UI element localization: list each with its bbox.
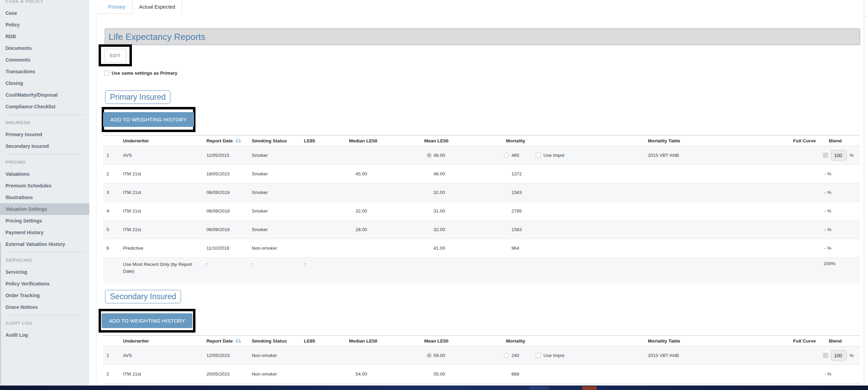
primary-add-to-weighting-history-button[interactable]: ADD TO WEIGHTING HISTORY xyxy=(103,112,194,127)
cell-mean-le50: 32.00 xyxy=(424,220,503,239)
cell-le85 xyxy=(304,202,347,220)
secondary-add-annotation-box: ADD TO WEIGHTING HISTORY xyxy=(99,309,195,333)
col-report-date[interactable]: Report Date xyxy=(206,336,251,346)
blend-percent-input[interactable] xyxy=(831,150,847,161)
table-row: 4ITM 21st06/09/2018Smoker32.0031.002785-… xyxy=(103,202,860,220)
tab-actual-expected[interactable]: Actual Expected xyxy=(132,0,182,14)
sidebar-item-audit-log[interactable]: Audit Log xyxy=(5,329,89,341)
col-full-curve: Full Curve xyxy=(792,136,821,146)
cell-full-curve xyxy=(792,365,821,383)
cell-mortality: 2785 xyxy=(503,202,647,220)
cell-underwriter: ITM 21st xyxy=(122,365,206,383)
sidebar-item-policy-verifications[interactable]: Policy Verifications xyxy=(5,278,89,290)
cell-mortality: 465Use Impvt xyxy=(503,146,647,165)
use-impvt-label: Use Impvt xyxy=(543,353,564,358)
edit-annotation-box: EDIT xyxy=(99,44,132,66)
cell-smoking-status: Non-smoker xyxy=(251,239,304,258)
cell-report-date: 06/09/2018 xyxy=(206,202,251,220)
cell-report-date: 18/05/2015 xyxy=(206,165,251,183)
cell-full-curve xyxy=(792,165,821,183)
mean-le50-radio[interactable] xyxy=(427,353,432,358)
sidebar-scrollbar-thumb[interactable] xyxy=(0,242,1,385)
radio-spacer xyxy=(504,174,509,174)
cell-mean-le50: 46.00 xyxy=(424,165,503,183)
use-same-settings-checkbox[interactable] xyxy=(104,71,109,76)
sidebar-item-grace-notices[interactable]: Grace Notices xyxy=(5,301,89,313)
sidebar-item-case[interactable]: Case xyxy=(5,7,89,19)
sidebar-item-secondary-insured[interactable]: Secondary Insured xyxy=(5,140,89,152)
col-mortality-table: Mortality Table xyxy=(647,136,792,146)
cell-le85 xyxy=(304,220,347,239)
page-scrollbar[interactable] xyxy=(864,0,864,386)
sidebar-item-pricing-settings[interactable]: Pricing Settings xyxy=(5,215,89,227)
panel-left-border xyxy=(96,14,97,385)
sidebar-item-cost-maturity-disposal[interactable]: Cost/Maturity/Disposal xyxy=(5,89,89,101)
cell-mean-le50: 31.00 xyxy=(424,202,503,220)
blend-percent-input[interactable] xyxy=(831,350,847,361)
sidebar-item-rdb[interactable]: RDB xyxy=(5,31,89,42)
use-impvt-group: Use Impvt xyxy=(536,153,564,158)
cell-blend: - % xyxy=(821,220,860,239)
cell-median-le50: 45.00 xyxy=(347,165,424,183)
taskbar xyxy=(0,386,868,390)
cell-mortality: 668 xyxy=(503,365,647,383)
sidebar-divider xyxy=(5,252,84,252)
sidebar-item-payment-history[interactable]: Payment History xyxy=(5,227,89,238)
blend-checkbox[interactable] xyxy=(823,353,828,358)
cell-row-number: 3 xyxy=(103,183,122,202)
col-smoking-status: Smoking Status xyxy=(251,136,304,146)
cell-row-number: 1 xyxy=(103,346,122,365)
radio-spacer xyxy=(504,248,509,248)
mortality-radio[interactable] xyxy=(504,353,509,358)
sidebar-item-valuations[interactable]: Valuations xyxy=(5,168,89,180)
sidebar-item-order-tracking[interactable]: Order Tracking xyxy=(5,290,89,301)
sidebar-item-valuation-settings[interactable]: Valuation Settings xyxy=(0,203,89,215)
mortality-radio[interactable] xyxy=(504,153,509,158)
mortality-value: 964 xyxy=(511,246,519,251)
table-row: 2ITM 21st20/05/2015Non-smoker54.0055.006… xyxy=(103,365,860,383)
sidebar-item-premium-schedules[interactable]: Premium Schedules xyxy=(5,180,89,192)
cell-row-number: 1 xyxy=(103,146,122,165)
cell-median-le50: 32.00 xyxy=(347,202,424,220)
cell-le85 xyxy=(304,346,347,365)
percent-label: % xyxy=(849,153,854,158)
taskbar-icon-red[interactable] xyxy=(582,386,597,390)
tab-primary[interactable]: Primary xyxy=(101,0,132,14)
radio-spacer xyxy=(427,174,432,174)
use-impvt-checkbox[interactable] xyxy=(536,153,541,158)
col-blend: Blend xyxy=(821,336,860,346)
sidebar-item-documents[interactable]: Documents xyxy=(5,42,89,54)
col-report-date[interactable]: Report Date xyxy=(206,136,251,146)
cell-mortality xyxy=(503,258,647,284)
sidebar-item-transactions[interactable]: Transactions xyxy=(5,66,89,77)
taskbar-icon-blue[interactable] xyxy=(529,386,549,390)
table-row: 3ITM 21st06/09/2018Smoker32.001583- % xyxy=(103,183,860,202)
cell-mean-le50: 32.00 xyxy=(424,183,503,202)
summary-label: Use Most Recent Only (by Report Date) xyxy=(123,261,198,274)
secondary-add-to-weighting-history-button[interactable]: ADD TO WEIGHTING HISTORY xyxy=(102,313,192,328)
sidebar-item-external-valuation-history[interactable]: External Valuation History xyxy=(5,238,89,250)
cell-mortality: 240Use Impvt xyxy=(503,346,647,365)
sidebar-item-closing[interactable]: Closing xyxy=(5,77,89,89)
sidebar-item-comments[interactable]: Comments xyxy=(5,54,89,66)
use-impvt-label: Use Impvt xyxy=(543,153,564,158)
col-blend: Blend xyxy=(821,136,860,146)
cell-mortality: 1583 xyxy=(503,220,647,239)
mean-le50-value: 48.00 xyxy=(433,153,445,158)
sidebar-nav: CASE & POLICYCasePolicyRDBDocumentsComme… xyxy=(0,0,89,386)
sidebar-item-illustrations[interactable]: Illustrations xyxy=(5,192,89,203)
blend-checkbox[interactable] xyxy=(823,153,828,158)
mortality-value: 1372 xyxy=(511,171,522,176)
mean-le50-radio[interactable] xyxy=(427,153,432,158)
cell-mortality: 964 xyxy=(503,239,647,258)
sidebar-item-primary-insured[interactable]: Primary Insured xyxy=(5,129,89,140)
sidebar-item-compliance-checklist[interactable]: Compliance Checklist xyxy=(5,101,89,112)
tab-bar: PrimaryActual Expected xyxy=(96,0,182,14)
use-impvt-checkbox[interactable] xyxy=(536,353,541,358)
edit-button[interactable]: EDIT xyxy=(104,49,127,62)
col-mortality-table: Mortality Table xyxy=(647,336,792,346)
cell-median-le50 xyxy=(347,239,424,258)
sidebar-item-policy[interactable]: Policy xyxy=(5,19,89,31)
col-mean-le50: Mean LE50 xyxy=(424,136,503,146)
sidebar-item-servicing[interactable]: Servicing xyxy=(5,266,89,278)
